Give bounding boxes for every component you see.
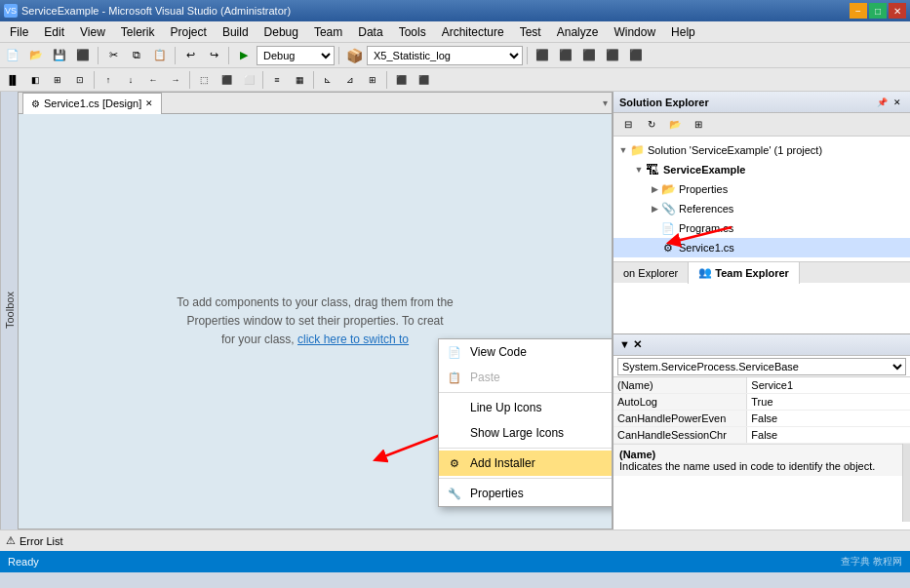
se-refresh-btn[interactable]: ↻ <box>641 114 662 136</box>
prop-val-session[interactable]: False <box>747 427 910 444</box>
se-collapse-btn[interactable]: ⊟ <box>617 114 639 136</box>
t2-btn11[interactable]: ⬜ <box>238 69 259 91</box>
open-btn[interactable]: 📂 <box>25 45 47 66</box>
save-btn[interactable]: 💾 <box>49 45 70 66</box>
t2-btn18[interactable]: ⬛ <box>413 69 434 91</box>
undo-btn[interactable]: ↩ <box>179 45 201 66</box>
menu-test[interactable]: Test <box>512 21 549 43</box>
tree-solution[interactable]: ▼ 📁 Solution 'ServiceExample' (1 project… <box>613 140 910 160</box>
se-showfiles-btn[interactable]: 📂 <box>664 114 686 136</box>
content-line3: for your class, click here to switch to <box>221 331 409 349</box>
right-panel: Solution Explorer 📌 ✕ ⊟ ↻ 📂 ⊞ ▼ 📁 Soluti… <box>613 92 910 529</box>
menu-edit[interactable]: Edit <box>36 21 72 43</box>
maximize-button[interactable]: □ <box>869 3 887 19</box>
menu-project[interactable]: Project <box>163 21 215 43</box>
ctx-properties[interactable]: 🔧 Properties <box>439 481 613 506</box>
menu-build[interactable]: Build <box>215 21 257 43</box>
largeicons-icon <box>447 425 462 441</box>
menu-architecture[interactable]: Architecture <box>434 21 512 43</box>
menu-data[interactable]: Data <box>350 21 390 43</box>
menu-tools[interactable]: Tools <box>391 21 434 43</box>
t2-btn15[interactable]: ⊿ <box>339 69 361 91</box>
ctx-paste[interactable]: 📋 Paste Ctrl+V <box>439 365 613 390</box>
ctx-largeicons-label: Show Large Icons <box>470 426 613 440</box>
t2-btn6[interactable]: ↓ <box>120 69 141 91</box>
t2-btn10[interactable]: ⬛ <box>216 69 237 91</box>
props-toggle[interactable]: ▶ <box>649 183 660 195</box>
team-explorer-tab[interactable]: 👥 Team Explorer <box>689 262 800 284</box>
switch-link[interactable]: click here to switch to <box>297 333 409 346</box>
error-list-label[interactable]: Error List <box>20 535 63 547</box>
tree-references[interactable]: ▶ 📎 References <box>613 199 910 218</box>
copy-btn[interactable]: ⧉ <box>126 45 147 66</box>
t2-btn12[interactable]: ≡ <box>266 69 288 91</box>
paste-btn[interactable]: 📋 <box>149 45 171 66</box>
te-icon: 👥 <box>698 266 712 279</box>
t2-btn1[interactable]: ▐▌ <box>2 69 23 91</box>
props-desc-text: Indicates the name used in code to ident… <box>619 460 904 472</box>
close-button[interactable]: ✕ <box>889 3 906 19</box>
designer-tab[interactable]: ⚙ Service1.cs [Design] ✕ <box>22 93 162 114</box>
menu-window[interactable]: Window <box>606 21 663 43</box>
minimize-button[interactable]: − <box>850 3 867 19</box>
solution-toggle[interactable]: ▼ <box>617 144 629 156</box>
t2-btn13[interactable]: ▦ <box>289 69 310 91</box>
se-close-btn[interactable]: ✕ <box>890 96 904 109</box>
t2-btn4[interactable]: ⊡ <box>69 69 91 91</box>
save-all-btn[interactable]: ⬛ <box>72 45 94 66</box>
project-label: ServiceExample <box>663 164 745 176</box>
menu-team[interactable]: Team <box>306 21 350 43</box>
t2-btn9[interactable]: ⬚ <box>193 69 215 91</box>
menu-analyze[interactable]: Analyze <box>549 21 607 43</box>
debug-config-dropdown[interactable]: Debug <box>257 46 335 65</box>
t2-btn16[interactable]: ⊞ <box>362 69 383 91</box>
cut-btn[interactable]: ✂ <box>102 45 124 66</box>
toolbar-btn-b[interactable]: ⬛ <box>555 45 576 66</box>
run-btn[interactable]: ▶ <box>233 45 255 66</box>
menu-help[interactable]: Help <box>663 21 703 43</box>
menu-debug[interactable]: Debug <box>257 21 306 43</box>
ref-toggle[interactable]: ▶ <box>649 203 660 215</box>
prop-val-autolog[interactable]: True <box>747 394 910 411</box>
props-type-dropdown[interactable]: System.ServiceProcess.ServiceBase <box>617 358 906 375</box>
redo-btn[interactable]: ↪ <box>203 45 224 66</box>
new-project-btn[interactable]: 📄 <box>2 45 23 66</box>
tree-project[interactable]: ▼ 🏗 ServiceExample <box>613 160 910 179</box>
menu-bar: File Edit View Telerik Project Build Deb… <box>0 21 910 43</box>
references-label: References <box>679 203 733 215</box>
t2-btn7[interactable]: ← <box>142 69 164 91</box>
menu-telerik[interactable]: Telerik <box>113 21 163 43</box>
prop-val-power[interactable]: False <box>747 411 910 427</box>
ctx-view-code[interactable]: 📄 View Code F7 <box>439 339 613 365</box>
toolbar-btn-a[interactable]: ⬛ <box>532 45 553 66</box>
toolbar-btn-d[interactable]: ⬛ <box>602 45 623 66</box>
t2-btn8[interactable]: → <box>165 69 186 91</box>
props-scroll: (Name) Service1 AutoLog True CanHandlePo… <box>613 377 910 444</box>
properties-label: Properties <box>679 183 728 195</box>
t2-btn17[interactable]: ⬛ <box>390 69 412 91</box>
ctx-lineup[interactable]: Line Up Icons <box>439 395 613 420</box>
prop-val-name[interactable]: Service1 <box>747 377 910 394</box>
t2-btn14[interactable]: ⊾ <box>317 69 338 91</box>
se-filter-btn[interactable]: ⊞ <box>688 114 709 136</box>
se-pin-btn[interactable]: 📌 <box>875 96 889 109</box>
t2-btn5[interactable]: ↑ <box>98 69 119 91</box>
tree-service1cs[interactable]: ▶ ⚙ Service1.cs <box>613 238 910 257</box>
project-toggle[interactable]: ▼ <box>633 164 645 176</box>
t2-btn2[interactable]: ◧ <box>24 69 46 91</box>
tree-properties[interactable]: ▶ 📂 Properties <box>613 179 910 199</box>
solution-explorer-tab[interactable]: on Explorer <box>613 262 689 284</box>
solution-toolbar: ⊟ ↻ 📂 ⊞ <box>613 113 910 137</box>
menu-file[interactable]: File <box>2 21 36 43</box>
t2-btn3[interactable]: ⊞ <box>47 69 68 91</box>
ctx-largeicons[interactable]: Show Large Icons <box>439 420 613 446</box>
props-scrollbar[interactable] <box>902 444 910 522</box>
toolbar-btn-e[interactable]: ⬛ <box>625 45 647 66</box>
tree-programcs[interactable]: ▶ 📄 Program.cs <box>613 218 910 238</box>
tab-close-icon[interactable]: ✕ <box>145 98 153 108</box>
menu-view[interactable]: View <box>72 21 113 43</box>
ctx-add-installer[interactable]: ⚙ Add Installer <box>439 451 613 476</box>
toolbar-btn-c[interactable]: ⬛ <box>578 45 600 66</box>
toolbox-tab[interactable]: Toolbox <box>0 92 18 529</box>
project-dropdown[interactable]: X5_Statistic_log <box>367 46 523 65</box>
